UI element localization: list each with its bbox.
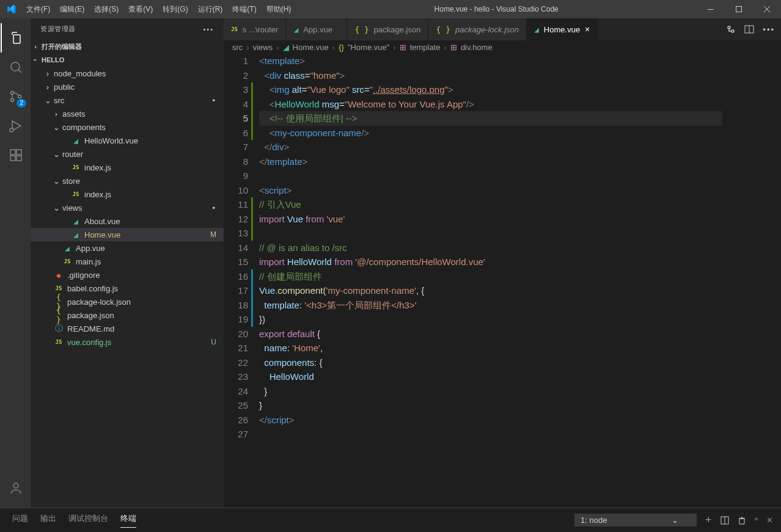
chevron-right-icon: ›: [393, 43, 395, 52]
menu-item[interactable]: 运行(R): [193, 0, 228, 18]
code-line[interactable]: // @ is an alias to /src: [259, 241, 722, 255]
menu-item[interactable]: 文件(F): [21, 0, 55, 18]
explorer-icon[interactable]: [1, 23, 30, 53]
folder-item[interactable]: ⌄store: [31, 174, 224, 188]
file-item[interactable]: ◢HelloWorld.vue: [31, 134, 224, 147]
file-item[interactable]: { }package.json: [31, 308, 224, 322]
menu-item[interactable]: 帮助(H): [262, 0, 296, 18]
breadcrumb-item[interactable]: src: [232, 43, 243, 52]
code-line[interactable]: }: [259, 398, 722, 413]
menu-item[interactable]: 查看(V): [123, 0, 158, 18]
breadcrumb-item[interactable]: Home.vue: [293, 43, 329, 52]
new-terminal-icon[interactable]: +: [705, 514, 712, 527]
code-line[interactable]: <HelloWorld msg="Welcome to Your Vue.js …: [259, 97, 722, 112]
breadcrumb-item[interactable]: div.home: [461, 43, 493, 52]
code-line[interactable]: Vue.component('my-component-name', {: [259, 283, 722, 298]
code-line[interactable]: <div class="home">: [259, 68, 722, 83]
editor-tab[interactable]: ◢App.vue: [286, 18, 347, 40]
close-button[interactable]: [753, 0, 781, 18]
run-debug-icon[interactable]: [1, 111, 30, 140]
code-line[interactable]: export default {: [259, 327, 722, 341]
terminal-selector[interactable]: 1: node ⌄: [574, 514, 697, 527]
file-item[interactable]: ◆.gitignore: [31, 268, 224, 282]
maximize-button[interactable]: [725, 0, 753, 18]
close-icon[interactable]: ×: [585, 24, 590, 34]
close-panel-icon[interactable]: ×: [767, 515, 772, 526]
breadcrumb-item[interactable]: template: [410, 43, 441, 52]
breadcrumb-item[interactable]: "Home.vue": [348, 43, 389, 52]
code-line[interactable]: <img alt="Vue logo" src="../assets/logo.…: [259, 82, 722, 97]
code-line[interactable]: }): [259, 312, 722, 327]
code-editor[interactable]: 1234567891011121314151617181920212223242…: [224, 54, 781, 508]
panel-tab[interactable]: 调试控制台: [68, 513, 108, 528]
open-editors-section[interactable]: › 打开的编辑器: [31, 40, 224, 53]
code-line[interactable]: [259, 226, 722, 241]
code-line[interactable]: // 引入Vue: [259, 197, 722, 212]
file-item[interactable]: ◢Home.vueM: [31, 228, 224, 241]
accounts-icon[interactable]: [1, 473, 30, 503]
extensions-icon[interactable]: [1, 140, 30, 170]
code-line[interactable]: components: {: [259, 355, 722, 370]
file-item[interactable]: ◢App.vue: [31, 241, 224, 255]
menu-item[interactable]: 选择(S): [89, 0, 123, 18]
code-line[interactable]: import HelloWorld from '@/components/Hel…: [259, 255, 722, 269]
folder-item[interactable]: ›public: [31, 80, 224, 93]
panel-tab[interactable]: 输出: [40, 513, 56, 528]
file-item[interactable]: JSvue.config.jsU: [31, 335, 224, 349]
code-line[interactable]: import Vue from 'vue': [259, 212, 722, 227]
menu-item[interactable]: 编辑(E): [55, 0, 89, 18]
panel-tab[interactable]: 问题: [12, 513, 28, 528]
folder-item[interactable]: ⌄src•: [31, 93, 224, 107]
code-line[interactable]: }: [259, 384, 722, 399]
code-line[interactable]: [259, 169, 722, 183]
minimize-button[interactable]: [697, 0, 725, 18]
compare-icon[interactable]: [726, 24, 736, 34]
code-line[interactable]: <script>: [259, 183, 722, 198]
code-line[interactable]: </script>: [259, 413, 722, 428]
split-terminal-icon[interactable]: [721, 516, 729, 525]
menu-item[interactable]: 终端(T): [227, 0, 261, 18]
maximize-panel-icon[interactable]: ^: [755, 516, 758, 525]
code-line[interactable]: [259, 427, 722, 442]
folder-item[interactable]: ⌄views•: [31, 201, 224, 214]
minimap[interactable]: [722, 54, 781, 508]
folder-section[interactable]: › HELLO: [31, 53, 224, 67]
breadcrumb[interactable]: src›views›◢Home.vue›{}"Home.vue"›⊞templa…: [224, 40, 781, 54]
folder-item[interactable]: ⌄components: [31, 120, 224, 134]
code-line[interactable]: name: 'Home',: [259, 341, 722, 355]
code-line[interactable]: </template>: [259, 155, 722, 169]
code-line[interactable]: HelloWorld: [259, 370, 722, 384]
folder-item[interactable]: ›assets: [31, 107, 224, 120]
file-item[interactable]: JSindex.js: [31, 188, 224, 201]
code-line[interactable]: </div>: [259, 140, 722, 155]
code-line[interactable]: <template>: [259, 54, 722, 68]
more-icon[interactable]: •••: [763, 25, 775, 34]
source-control-icon[interactable]: 2: [1, 82, 30, 111]
editor-tab[interactable]: ◢Home.vue×: [527, 18, 598, 40]
editor-tab[interactable]: { }package-lock.json: [428, 18, 527, 40]
editor-tab[interactable]: { }package.json: [347, 18, 428, 40]
line-number: 2: [224, 68, 248, 83]
search-icon[interactable]: [1, 53, 30, 82]
line-number: 8: [224, 155, 248, 169]
file-item[interactable]: ◢About.vue: [31, 214, 224, 228]
folder-item[interactable]: ›node_modules: [31, 67, 224, 80]
code-line[interactable]: <my-component-name/>: [259, 126, 722, 140]
file-item[interactable]: ⓘREADME.md: [31, 322, 224, 335]
file-item[interactable]: JSindex.js: [31, 161, 224, 174]
kill-terminal-icon[interactable]: [738, 516, 746, 525]
code-line[interactable]: <!-- 使用局部组件| -->: [259, 111, 722, 126]
editor-tab[interactable]: JSs ...\router: [224, 18, 286, 40]
breadcrumb-item[interactable]: views: [253, 43, 273, 52]
chevron-icon: ⌄: [53, 150, 60, 159]
folder-item[interactable]: ⌄router: [31, 147, 224, 161]
code-line[interactable]: // 创建局部组件: [259, 269, 722, 284]
menu-item[interactable]: 转到(G): [158, 0, 193, 18]
code-line[interactable]: template: '<h3>第一个局部组件</h3>': [259, 298, 722, 313]
tree-item-label: store: [62, 177, 80, 186]
file-item[interactable]: JSmain.js: [31, 255, 224, 268]
panel-tab[interactable]: 终端: [120, 513, 136, 528]
code-content[interactable]: <template> <div class="home"> <img alt="…: [259, 54, 722, 508]
split-editor-icon[interactable]: [744, 24, 754, 34]
sidebar-more-icon[interactable]: •••: [203, 26, 214, 33]
